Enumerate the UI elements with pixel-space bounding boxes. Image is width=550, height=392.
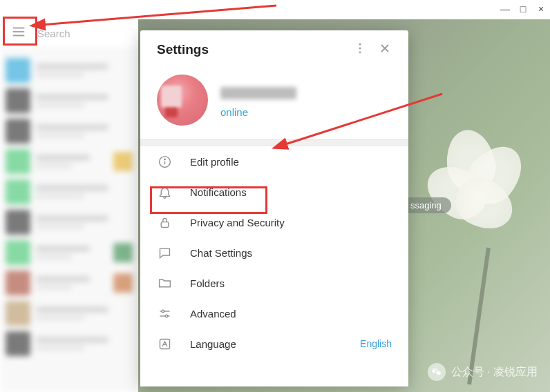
close-window-button[interactable]: ×	[535, 3, 547, 15]
maximize-button[interactable]: □	[517, 3, 529, 15]
sliders-icon	[157, 306, 172, 321]
close-icon	[378, 41, 392, 58]
menu-label: Language	[190, 338, 342, 350]
svg-point-4	[359, 48, 361, 50]
settings-title: Settings	[157, 42, 348, 57]
svg-point-10	[164, 159, 164, 159]
kebab-icon	[353, 41, 367, 58]
highlight-box-edit-profile	[150, 186, 267, 214]
chat-icon	[157, 245, 172, 260]
language-value: English	[360, 338, 392, 349]
avatar	[157, 75, 208, 126]
watermark: 公众号 · 凌锐应用	[428, 363, 538, 381]
annotation-arrow-2	[269, 90, 449, 210]
svg-point-15	[165, 315, 168, 317]
lock-icon	[157, 215, 172, 230]
menu-language[interactable]: Language English	[140, 329, 408, 359]
language-icon	[157, 336, 172, 351]
svg-point-13	[162, 310, 164, 313]
svg-rect-11	[161, 222, 169, 227]
menu-chat-settings[interactable]: Chat Settings	[140, 237, 408, 268]
annotation-arrow-1	[21, 1, 283, 39]
info-icon	[157, 154, 172, 169]
menu-folders[interactable]: Folders	[140, 268, 408, 298]
menu-label: Advanced	[190, 308, 392, 320]
menu-advanced[interactable]: Advanced	[140, 298, 408, 329]
wechat-icon	[428, 363, 446, 381]
svg-point-3	[359, 43, 361, 46]
more-button[interactable]	[348, 37, 372, 62]
watermark-text: 公众号 · 凌锐应用	[451, 365, 538, 380]
menu-label: Privacy and Security	[190, 217, 392, 228]
svg-line-17	[41, 6, 276, 25]
menu-label: Folders	[190, 277, 392, 289]
svg-line-18	[283, 94, 442, 145]
window-controls: — □ ×	[499, 3, 547, 15]
folder-icon	[157, 275, 172, 291]
minimize-button[interactable]: —	[499, 3, 511, 15]
svg-point-5	[359, 51, 361, 53]
menu-label: Chat Settings	[190, 247, 392, 259]
close-settings-button[interactable]	[372, 37, 397, 62]
